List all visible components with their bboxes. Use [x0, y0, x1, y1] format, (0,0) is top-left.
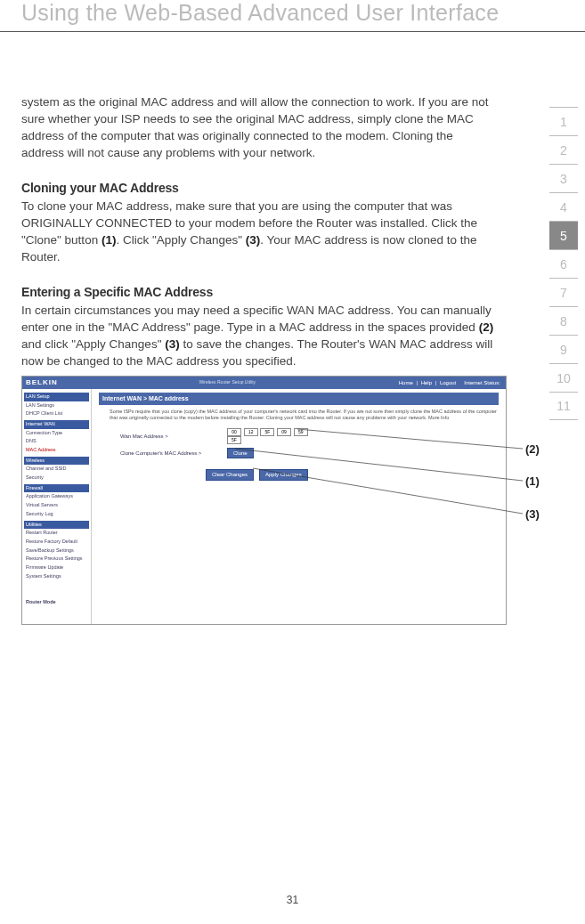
ss-item[interactable]: LAN Settings [24, 401, 89, 410]
ss-item[interactable]: Firmware Update [24, 563, 89, 572]
callout-1: (1) [525, 474, 540, 490]
tab-5[interactable]: 5 [549, 221, 578, 249]
ss-clone-button[interactable]: Clone [227, 448, 254, 458]
ss-mac-input[interactable] [244, 428, 258, 436]
tab-3[interactable]: 3 [549, 164, 578, 192]
ss-item[interactable]: Application Gateways [24, 492, 89, 501]
tab-1[interactable]: 1 [549, 107, 578, 135]
ss-subtitle: Wireless Router Setup Utility [199, 379, 256, 385]
ss-mac-fields [227, 428, 309, 444]
ss-mac-input[interactable] [227, 436, 241, 444]
ss-group-lansetup[interactable]: LAN Setup [24, 393, 89, 401]
ss-action-buttons: Clear Changes Apply Changes [99, 460, 499, 480]
router-ui-screenshot: BELKIN Wireless Router Setup Utility Hom… [21, 376, 507, 625]
ss-router-mode: Router Mode [24, 598, 89, 607]
ss-sidebar: LAN Setup LAN Settings DHCP Client List … [22, 389, 92, 624]
ss-breadcrumb: Internet WAN > MAC address [99, 393, 499, 405]
ss-body: LAN Setup LAN Settings DHCP Client List … [22, 389, 506, 624]
tab-2[interactable]: 2 [549, 135, 578, 164]
ss-clone-label: Clone Computer's MAC Address > [120, 450, 227, 457]
ss-item[interactable]: Virtual Servers [24, 501, 89, 510]
ss-mac-input[interactable] [294, 428, 308, 436]
ss-toplinks: Home | Help | Logout Internet Status: [397, 379, 502, 386]
ss-group-utilities[interactable]: Utilities [24, 521, 89, 530]
ss-main: Internet WAN > MAC address Some ISPs req… [92, 389, 506, 624]
intro-paragraph: system as the original MAC address and w… [21, 94, 496, 162]
section-tabs: 1 2 3 4 5 6 7 8 9 10 11 [549, 107, 578, 420]
ss-row-wanmac: Wan Mac Address > [99, 426, 499, 446]
ss-link-home[interactable]: Home [399, 380, 413, 385]
callout-2: (2) [525, 442, 540, 458]
ss-apply-button[interactable]: Apply Changes [259, 469, 308, 480]
tab-8[interactable]: 8 [549, 306, 578, 335]
ss-mac-input[interactable] [260, 428, 274, 436]
tab-7[interactable]: 7 [549, 278, 578, 306]
ss-item[interactable]: Channel and SSID [24, 465, 89, 474]
tab-6[interactable]: 6 [549, 249, 578, 278]
tab-9[interactable]: 9 [549, 335, 578, 363]
screenshot-container: BELKIN Wireless Router Setup Utility Hom… [21, 376, 496, 625]
tab-4[interactable]: 4 [549, 192, 578, 221]
ss-item[interactable]: System Settings [24, 572, 89, 581]
ss-item-macaddress[interactable]: MAC Address [24, 446, 89, 455]
ss-item[interactable]: Restore Previous Settings [24, 555, 89, 563]
page-title: Using the Web-Based Advanced User Interf… [21, 0, 564, 26]
ss-desc: Some ISPs require that you clone (copy) … [99, 405, 499, 426]
entering-heading: Entering a Specific MAC Address [21, 284, 496, 302]
ss-item[interactable]: Security [24, 474, 89, 482]
tab-11[interactable]: 11 [549, 392, 578, 420]
body-content: system as the original MAC address and w… [0, 32, 585, 625]
ss-item[interactable]: DNS [24, 437, 89, 446]
ss-link-logout[interactable]: Logout [440, 380, 456, 385]
cloning-paragraph: To clone your MAC address, make sure tha… [21, 199, 496, 266]
cloning-heading: Cloning your MAC Address [21, 180, 496, 198]
ss-item[interactable]: DHCP Client List [24, 409, 89, 418]
page-number: 31 [0, 894, 585, 906]
ss-group-wireless[interactable]: Wireless [24, 457, 89, 466]
ss-wanmac-label: Wan Mac Address > [120, 433, 227, 440]
tab-10[interactable]: 10 [549, 363, 578, 392]
ss-internet-status: Internet Status: [464, 380, 500, 385]
ss-item[interactable]: Security Log [24, 510, 89, 519]
ss-brand: BELKIN [26, 377, 58, 387]
ss-group-internetwan[interactable]: Internet WAN [24, 420, 89, 429]
ss-group-firewall[interactable]: Firewall [24, 484, 89, 493]
ss-item[interactable]: Restart Router [24, 529, 89, 538]
entering-paragraph: In certain circumstances you may need a … [21, 303, 496, 370]
ss-mac-input[interactable] [277, 428, 291, 436]
page-header: Using the Web-Based Advanced User Interf… [0, 0, 585, 32]
ss-item[interactable]: Restore Factory Default [24, 538, 89, 547]
ss-item[interactable]: Save/Backup Settings [24, 547, 89, 555]
ss-item[interactable]: Connection Type [24, 429, 89, 438]
ss-link-help[interactable]: Help [421, 380, 432, 385]
ss-row-clone: Clone Computer's MAC Address > Clone [99, 446, 499, 460]
ss-topbar: BELKIN Wireless Router Setup Utility Hom… [22, 377, 506, 389]
callout-3: (3) [525, 507, 540, 523]
ss-clear-button[interactable]: Clear Changes [206, 469, 254, 480]
ss-mac-input[interactable] [227, 428, 241, 436]
